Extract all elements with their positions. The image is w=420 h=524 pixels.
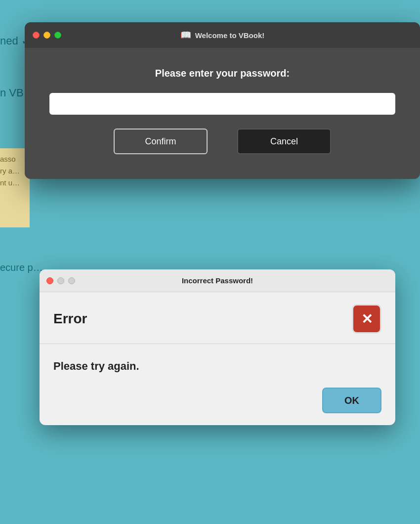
password-dialog-body: Please enter your password: Confirm Canc… <box>25 48 420 179</box>
password-tl-close[interactable] <box>33 32 40 39</box>
error-ok-row: OK <box>53 388 381 413</box>
password-tl-minimize[interactable] <box>43 32 50 39</box>
error-header: Error ✕ <box>40 292 395 344</box>
error-tl-minimize[interactable] <box>57 277 64 284</box>
password-traffic-lights <box>33 32 61 39</box>
password-tl-maximize[interactable] <box>54 32 61 39</box>
dialog-buttons: Confirm Cancel <box>49 129 395 154</box>
password-dialog-titlebar: 📖 Welcome to VBook! <box>25 22 420 48</box>
password-dialog: 📖 Welcome to VBook! Please enter your pa… <box>25 22 420 179</box>
password-input[interactable] <box>49 93 395 115</box>
cancel-button[interactable]: Cancel <box>237 129 331 154</box>
error-heading: Error <box>53 311 87 327</box>
bg-bottom-text: ecure p… <box>0 262 43 273</box>
vbook-icon: 📖 <box>180 30 191 41</box>
error-body: Please try again. OK <box>40 344 395 425</box>
password-dialog-title: 📖 Welcome to VBook! <box>180 30 265 41</box>
error-traffic-lights <box>46 277 75 284</box>
error-dialog-title: Incorrect Password! <box>182 276 253 285</box>
bg-text-yellow: asso ry a… nt u… <box>0 153 20 189</box>
error-titlebar: Incorrect Password! <box>40 269 395 292</box>
error-dialog: Incorrect Password! Error ✕ Please try a… <box>40 269 395 425</box>
confirm-button[interactable]: Confirm <box>114 129 208 154</box>
ok-button[interactable]: OK <box>322 388 381 413</box>
error-tl-close[interactable] <box>46 277 53 284</box>
password-dialog-title-text: Welcome to VBook! <box>195 31 265 40</box>
password-prompt: Please enter your password: <box>155 68 290 79</box>
error-tl-maximize[interactable] <box>68 277 75 284</box>
error-message: Please try again. <box>53 360 381 373</box>
error-close-button[interactable]: ✕ <box>352 304 381 334</box>
